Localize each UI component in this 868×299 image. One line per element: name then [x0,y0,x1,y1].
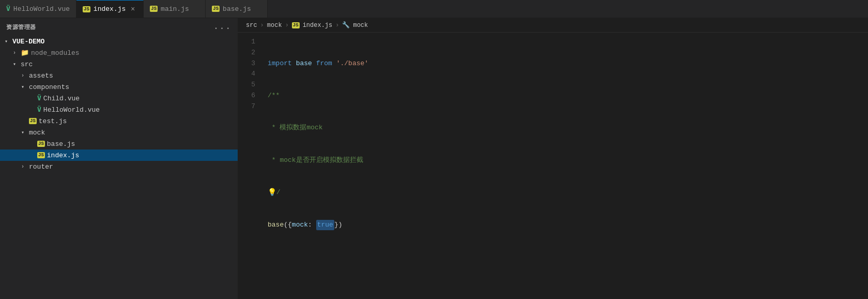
tab-label: HelloWorld.vue [13,5,70,13]
comment: * mock是否开启模拟数据拦截 [268,155,363,166]
tree-label: components [29,83,69,91]
project-name: VUE-DEMO [12,38,44,46]
var-base: base [296,58,312,69]
sidebar-title: 资源管理器 [6,23,36,31]
tab-basejs[interactable]: JS base.js [206,0,268,18]
code-line-6: base({mock: true}) [268,220,868,231]
expand-arrow-icon [19,83,27,91]
tree-item-helloworld-vue[interactable]: V̈ HelloWorld.vue [0,104,238,115]
string-base: './base' [336,58,368,69]
code-content[interactable]: import base from './base' /** * 模拟数据mock… [264,37,868,295]
fn-base: base [268,220,284,231]
breadcrumb-mock2: mock [353,22,368,29]
tree-item-test-js[interactable]: JS test.js [0,115,238,127]
expand-arrow-icon [2,37,10,46]
tree-item-base-js[interactable]: JS base.js [0,138,238,150]
breadcrumb-src: src [246,22,257,29]
breadcrumb: src › mock › JS index.js › 🔧 mock [238,18,868,33]
tree-label: src [21,61,33,68]
brace-open: { [288,220,292,231]
colon: : [308,220,316,231]
tree-label: test.js [39,117,67,125]
sidebar-header: 资源管理器 ... [0,18,238,36]
breadcrumb-sep: › [335,22,339,29]
tree-item-mock[interactable]: mock [0,127,238,138]
vue-icon: V̈ [6,5,10,13]
keyword-import: import [268,58,292,69]
key-mock: mock [292,220,308,231]
tree-label: HelloWorld.vue [43,106,100,114]
js-icon: JS [292,22,300,28]
tab-label: base.js [223,5,251,13]
tree-root-vuedemo[interactable]: VUE-DEMO [0,36,238,47]
expand-arrow-icon [10,49,19,57]
paren-close: ) [338,220,343,231]
tree-item-node-modules[interactable]: 📁 node_modules [0,47,238,58]
keyword-from: from [316,58,332,69]
tree-label: Child.vue [43,95,80,102]
js-icon: JS [212,6,220,12]
editor-area: src › mock › JS index.js › 🔧 mock 1 2 3 … [238,18,868,299]
paren-open: ( [284,220,288,231]
line-numbers: 1 2 3 4 5 6 7 [238,37,264,295]
tree-label: router [29,163,53,171]
tree-item-index-js[interactable]: JS index.js [0,150,238,161]
code-line-1: import base from './base' [268,58,868,69]
vue-icon: V̈ [37,106,41,114]
tree-label: node_modules [31,49,80,57]
sidebar-tree: VUE-DEMO 📁 node_modules src assets [0,36,238,299]
code-line-2: /** [268,91,868,101]
js-icon: JS [150,6,158,12]
code-line-3: * 模拟数据mock [268,123,868,133]
code-line-4: * mock是否开启模拟数据拦截 [268,155,868,166]
tree-item-src[interactable]: src [0,58,238,70]
expand-arrow-icon [10,60,19,68]
comment: * 模拟数据mock [268,123,323,133]
tab-bar: V̈ HelloWorld.vue JS index.js × JS main.… [0,0,868,18]
vue-icon: V̈ [37,94,41,102]
breadcrumb-sep: › [260,22,264,29]
expand-arrow-icon [19,71,27,80]
tree-label: base.js [47,140,75,148]
tab-label: main.js [161,5,189,13]
tree-label: index.js [47,152,79,159]
tree-item-components[interactable]: components [0,81,238,93]
folder-icon: 📁 [21,49,29,57]
breadcrumb-mock: mock [267,22,282,29]
sidebar: 资源管理器 ... VUE-DEMO 📁 node_modules src [0,18,238,299]
breadcrumb-indexjs: index.js [303,22,333,29]
code-editor[interactable]: 1 2 3 4 5 6 7 import base from './base' … [238,33,868,299]
more-options-button[interactable]: ... [213,22,231,32]
tab-indexjs[interactable]: JS index.js × [76,0,144,18]
expand-arrow-icon [19,162,27,171]
close-tab-button[interactable]: × [129,5,137,13]
expand-arrow-icon [19,128,27,137]
main-layout: 资源管理器 ... VUE-DEMO 📁 node_modules src [0,18,868,299]
tab-helloworld[interactable]: V̈ HelloWorld.vue [0,0,76,18]
tab-mainjs[interactable]: JS main.js [144,0,206,18]
comment: / [276,187,281,198]
tab-label: index.js [94,5,126,13]
breadcrumb-sep: › [285,22,289,29]
tree-item-child-vue[interactable]: V̈ Child.vue [0,93,238,104]
wrench-icon: 🔧 [342,21,350,29]
brace-close: } [334,220,338,231]
js-icon: JS [83,6,90,12]
code-line-5: 💡/ [268,187,868,198]
js-icon: JS [37,152,45,158]
code-line-7 [268,252,868,263]
tree-label: mock [29,129,45,137]
lightbulb-icon: 💡 [268,187,276,198]
comment: /** [268,91,280,101]
js-icon: JS [37,141,45,147]
tree-item-router[interactable]: router [0,161,238,172]
val-true: true [316,220,334,231]
tree-item-assets[interactable]: assets [0,70,238,81]
tree-label: assets [29,72,53,80]
js-icon: JS [29,118,37,124]
